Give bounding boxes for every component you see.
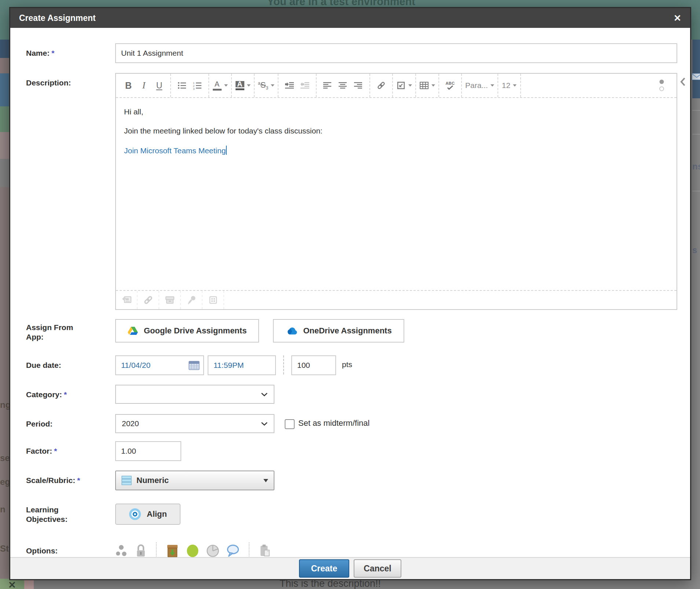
due-date-label: Due date: [26,355,115,370]
page-behind-left-mauve [0,187,9,589]
create-assignment-dialog: Create Assignment ✕ Name:* Unit 1 Assign… [9,7,691,580]
midterm-final-checkbox[interactable] [285,419,295,429]
table-button[interactable] [419,77,435,94]
indent-button[interactable] [282,77,297,94]
onedrive-assignments-button[interactable]: OneDrive Assignments [273,319,404,343]
page-behind-left-photo [0,73,9,106]
editor-content[interactable]: Hi all,Join the meeting linked below for… [116,98,677,290]
align-right-button[interactable] [351,77,366,94]
lock-icon[interactable] [135,544,147,558]
published-icon[interactable] [186,543,200,558]
outdent-button[interactable] [297,77,313,94]
font-color-button[interactable]: A [212,77,228,94]
dialog-titlebar: Create Assignment ✕ [10,8,690,28]
page-behind-right-divider [692,191,700,191]
align-target-icon [129,508,141,520]
description-row: Description: BIU123AAaS3ABCPara...12 Hi … [26,73,690,310]
toolbar-group [416,74,439,97]
svg-text:3: 3 [193,87,194,90]
sub-superscript-button[interactable]: aS3 [258,77,274,94]
italic-button[interactable]: I [136,77,152,94]
page-behind-close-box: ✕ [0,579,24,589]
insert-content-button[interactable] [396,77,412,94]
editor-paragraph: Join Microsoft Teams Meeting [124,146,668,155]
envelope-icon [692,73,700,80]
background-color-button[interactable]: A [235,77,251,94]
page-behind-text-fragment: se [0,453,10,463]
spellcheck-button[interactable]: ABC [442,77,458,94]
toolbar-group: ABC [439,74,462,97]
onedrive-icon [285,327,297,335]
dialog-title: Create Assignment [19,13,96,23]
toolbar-group [278,74,317,97]
bold-button[interactable]: B [121,77,136,94]
individually-assign-icon[interactable] [115,544,128,558]
chevron-down-icon [261,392,268,396]
scale-rubric-label: Scale/Rubric:* [26,471,115,485]
due-date-input[interactable]: 11/04/20 [115,355,204,375]
page-behind-left-block [0,58,9,73]
options-label: Options: [26,542,115,556]
insert-image-button[interactable] [116,291,138,309]
google-drive-assignments-button[interactable]: Google Drive Assignments [115,319,259,343]
link-resource-button[interactable] [138,291,159,309]
page-behind-pink-strip [24,579,34,589]
dropbox-icon[interactable] [165,543,179,558]
page-behind-right-divider [692,110,700,111]
calendar-icon[interactable] [189,361,200,370]
points-input[interactable]: 100 [291,355,336,375]
toolbar-group: A [209,74,232,97]
midterm-final-label: Set as midterm/final [298,414,369,428]
options-icons [115,542,271,558]
options-row: Options: [26,542,690,558]
chevron-down-icon [261,422,268,426]
page-behind-text-fragment: eg [0,477,10,487]
editor-paragraph: Join the meeting linked below for today'… [124,127,668,135]
teams-meeting-link[interactable]: Join Microsoft Teams Meeting [124,146,226,155]
numbered-list-button[interactable]: 123 [190,77,205,94]
toolbar-group: 123 [171,74,209,97]
toolbar-toggle[interactable] [654,77,669,94]
google-drive-icon [128,326,138,336]
align-left-button[interactable] [320,77,335,94]
points-suffix: pts [342,355,352,369]
paragraph-format-button[interactable]: Para... [465,77,494,94]
collapse-chevron-icon[interactable] [680,77,686,88]
toolbar-group: A [232,74,255,97]
insert-link-button[interactable] [373,77,389,94]
close-icon[interactable]: ✕ [674,14,681,23]
copy-to-courses-icon[interactable] [258,544,271,558]
numeric-scale-icon [121,476,132,485]
page-behind-left-gray [0,159,9,187]
learning-objectives-label: Learning Objectives: [26,504,115,524]
screen: You are in a test environment ngseegnSt … [0,0,700,589]
dialog-body: Name:* Unit 1 Assignment Description: BI… [10,28,690,558]
create-button[interactable]: Create [299,559,349,578]
toolbar-group: BIU [117,74,171,97]
align-center-button[interactable] [335,77,351,94]
scale-rubric-dropdown[interactable]: Numeric [115,471,274,490]
editor-bottom-toolbar [116,290,677,309]
record-audio-button[interactable] [181,291,203,309]
resources-button[interactable] [159,291,181,309]
page-behind-text-fragment: s [692,245,697,255]
name-input[interactable]: Unit 1 Assignment [115,43,677,63]
factor-input[interactable]: 1.00 [115,441,181,461]
underline-button[interactable]: U [152,77,167,94]
page-behind-right-divider [692,134,700,135]
grade-stats-icon[interactable] [206,544,220,558]
align-button[interactable]: Align [115,504,181,525]
category-select[interactable] [115,385,274,404]
bullet-list-button[interactable] [174,77,190,94]
text-cursor [226,146,227,155]
category-label: Category:* [26,385,115,399]
due-time-input[interactable]: 11:59PM [208,355,276,375]
toolbar-group: aS3 [255,74,278,97]
cancel-button[interactable]: Cancel [354,559,401,578]
period-select[interactable]: 2020 [115,414,274,433]
font-size-button[interactable]: 12 [502,77,517,94]
comments-icon[interactable] [226,544,240,558]
options-divider [249,542,249,558]
learning-objectives-row: Learning Objectives: Align [26,504,690,525]
embed-app-button[interactable] [203,291,224,309]
